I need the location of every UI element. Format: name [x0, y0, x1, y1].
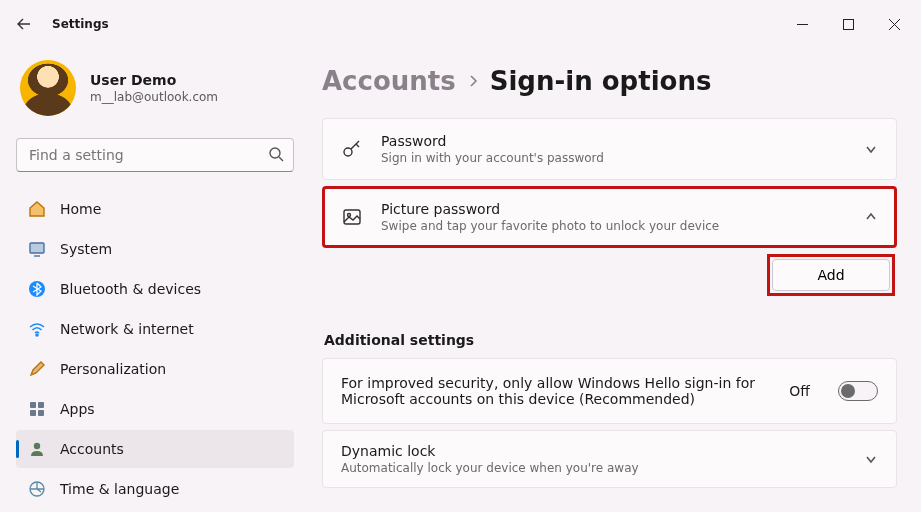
svg-point-11	[344, 148, 352, 156]
picture-icon	[341, 206, 363, 228]
nav-home[interactable]: Home	[16, 190, 294, 228]
window-title: Settings	[52, 17, 109, 31]
card-subtitle: Automatically lock your device when you'…	[341, 461, 846, 475]
card-subtitle: Sign in with your account's password	[381, 151, 846, 165]
hello-toggle[interactable]	[838, 381, 878, 401]
nav-accounts[interactable]: Accounts	[16, 430, 294, 468]
nav-item-label: System	[60, 241, 112, 257]
wifi-icon	[28, 320, 46, 338]
minimize-button[interactable]	[779, 8, 825, 40]
svg-rect-0	[843, 19, 853, 29]
profile-email: m__lab@outlook.com	[90, 90, 218, 104]
search-icon	[268, 146, 284, 162]
chevron-down-icon	[864, 142, 878, 156]
nav-item-label: Accounts	[60, 441, 124, 457]
profile-name: User Demo	[90, 72, 218, 88]
setting-text: For improved security, only allow Window…	[341, 375, 771, 407]
person-icon	[28, 440, 46, 458]
card-title: Password	[381, 133, 846, 149]
avatar	[20, 60, 76, 116]
add-button[interactable]: Add	[772, 259, 890, 291]
svg-point-4	[36, 334, 38, 336]
chevron-up-icon	[864, 210, 878, 224]
window-controls	[779, 8, 917, 40]
nav-system[interactable]: System	[16, 230, 294, 268]
maximize-icon	[843, 19, 854, 30]
additional-heading: Additional settings	[324, 332, 897, 348]
back-arrow-icon	[16, 16, 32, 32]
globe-clock-icon	[28, 480, 46, 498]
nav-item-label: Home	[60, 201, 101, 217]
maximize-button[interactable]	[825, 8, 871, 40]
breadcrumb-parent[interactable]: Accounts	[322, 66, 456, 96]
nav-item-label: Personalization	[60, 361, 166, 377]
svg-point-9	[34, 443, 40, 449]
back-button[interactable]	[4, 4, 44, 44]
nav-item-label: Apps	[60, 401, 95, 417]
hello-signin-setting: For improved security, only allow Window…	[322, 358, 897, 424]
breadcrumb: Accounts Sign-in options	[322, 66, 897, 96]
nav-network[interactable]: Network & internet	[16, 310, 294, 348]
nav-bluetooth[interactable]: Bluetooth & devices	[16, 270, 294, 308]
svg-rect-6	[38, 402, 44, 408]
add-button-highlight: Add	[767, 254, 895, 296]
nav-time-language[interactable]: Time & language	[16, 470, 294, 508]
nav-item-label: Network & internet	[60, 321, 194, 337]
chevron-down-icon	[864, 452, 878, 466]
minimize-icon	[797, 19, 808, 30]
nav: Home System Bluetooth & devices Network …	[16, 190, 294, 508]
svg-rect-2	[30, 243, 44, 253]
titlebar: Settings	[0, 0, 921, 48]
breadcrumb-current: Sign-in options	[490, 66, 712, 96]
card-subtitle: Swipe and tap your favorite photo to unl…	[381, 219, 846, 233]
profile-block[interactable]: User Demo m__lab@outlook.com	[16, 56, 294, 130]
picture-password-row[interactable]: Picture password Swipe and tap your favo…	[322, 186, 897, 248]
search-box	[16, 138, 294, 172]
system-icon	[28, 240, 46, 258]
nav-apps[interactable]: Apps	[16, 390, 294, 428]
card-title: Picture password	[381, 201, 846, 217]
close-button[interactable]	[871, 8, 917, 40]
svg-rect-8	[38, 410, 44, 416]
main-content: Accounts Sign-in options Password Sign i…	[310, 48, 921, 512]
paintbrush-icon	[28, 360, 46, 378]
svg-rect-7	[30, 410, 36, 416]
sidebar: User Demo m__lab@outlook.com Home System…	[0, 48, 310, 512]
svg-rect-5	[30, 402, 36, 408]
password-row[interactable]: Password Sign in with your account's pas…	[322, 118, 897, 180]
toggle-state-label: Off	[789, 383, 810, 399]
apps-icon	[28, 400, 46, 418]
svg-point-13	[348, 214, 351, 217]
close-icon	[889, 19, 900, 30]
nav-item-label: Bluetooth & devices	[60, 281, 201, 297]
bluetooth-icon	[28, 280, 46, 298]
svg-point-1	[270, 148, 280, 158]
chevron-right-icon	[466, 74, 480, 88]
nav-personalization[interactable]: Personalization	[16, 350, 294, 388]
nav-item-label: Time & language	[60, 481, 179, 497]
search-input[interactable]	[16, 138, 294, 172]
home-icon	[28, 200, 46, 218]
add-button-row: Add	[322, 248, 897, 320]
key-icon	[341, 138, 363, 160]
dynamic-lock-row[interactable]: Dynamic lock Automatically lock your dev…	[322, 430, 897, 488]
card-title: Dynamic lock	[341, 443, 846, 459]
